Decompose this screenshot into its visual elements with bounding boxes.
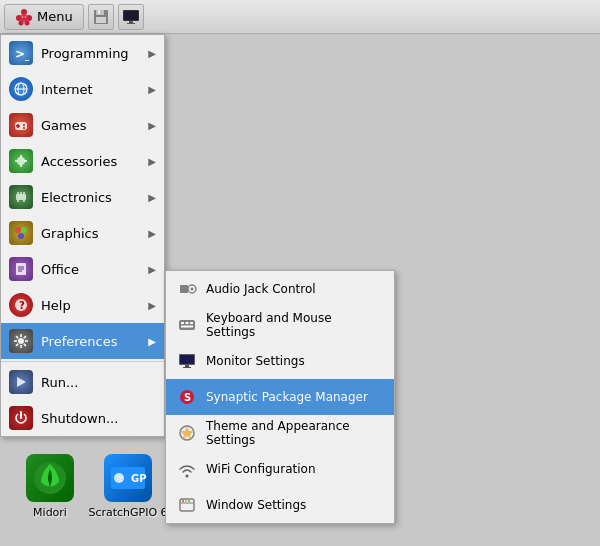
preferences-arrow: ▶ <box>148 336 156 347</box>
theme-icon <box>176 422 198 444</box>
monitor-settings-icon <box>176 350 198 372</box>
save-icon <box>93 9 109 25</box>
electronics-arrow: ▶ <box>148 192 156 203</box>
preferences-submenu: Audio Jack Control Keyboard and Mouse Se… <box>165 270 395 524</box>
svg-rect-37 <box>16 194 26 200</box>
menu-item-run[interactable]: Run... <box>1 364 164 400</box>
svg-point-43 <box>15 227 21 233</box>
run-icon <box>9 370 33 394</box>
menu-item-accessories[interactable]: Accessories ▶ <box>1 143 164 179</box>
menu-item-office[interactable]: Office ▶ <box>1 251 164 287</box>
svg-rect-10 <box>98 10 100 14</box>
save-taskbar-button[interactable] <box>88 4 114 30</box>
svg-point-73 <box>185 500 187 502</box>
midori-label: Midori <box>33 506 67 519</box>
scratchgpio-desktop-icon[interactable]: GPIO ScratchGPIO 6 <box>88 454 168 519</box>
window-settings-icon <box>176 494 198 516</box>
svg-rect-60 <box>190 322 193 324</box>
svg-rect-14 <box>129 21 133 23</box>
svg-point-5 <box>21 14 28 22</box>
help-label: Help <box>41 298 148 313</box>
menu-item-shutdown[interactable]: Shutdown... <box>1 400 164 436</box>
programming-icon: >_ <box>9 41 33 65</box>
svg-text:>_: >_ <box>15 47 29 61</box>
menu-item-help[interactable]: ? Help ▶ <box>1 287 164 323</box>
office-label: Office <box>41 262 148 277</box>
preferences-label: Preferences <box>41 334 148 349</box>
svg-point-25 <box>114 473 124 483</box>
svg-point-69 <box>186 475 189 478</box>
programming-label: Programming <box>41 46 148 61</box>
svg-rect-11 <box>96 17 106 23</box>
submenu-item-window[interactable]: Window Settings <box>166 487 394 523</box>
office-icon <box>9 257 33 281</box>
svg-point-35 <box>23 127 25 129</box>
svg-point-6 <box>22 16 24 18</box>
svg-point-45 <box>18 233 24 239</box>
monitor-taskbar-button[interactable] <box>118 4 144 30</box>
svg-marker-53 <box>17 377 26 387</box>
accessories-arrow: ▶ <box>148 156 156 167</box>
menu-item-graphics[interactable]: Graphics ▶ <box>1 215 164 251</box>
menu-label: Menu <box>37 9 73 24</box>
submenu-item-wifi[interactable]: WiFi Configuration <box>166 451 394 487</box>
svg-point-72 <box>182 500 184 502</box>
svg-rect-54 <box>180 285 188 293</box>
midori-desktop-icon[interactable]: Midori <box>10 454 90 519</box>
games-label: Games <box>41 118 148 133</box>
graphics-icon <box>9 221 33 245</box>
submenu-item-keyboard-mouse[interactable]: Keyboard and Mouse Settings <box>166 307 394 343</box>
internet-label: Internet <box>41 82 148 97</box>
svg-point-7 <box>25 16 27 18</box>
svg-rect-57 <box>179 320 195 330</box>
games-arrow: ▶ <box>148 120 156 131</box>
synaptic-icon: S <box>176 386 198 408</box>
submenu-item-audio-jack[interactable]: Audio Jack Control <box>166 271 394 307</box>
keyboard-mouse-label: Keyboard and Mouse Settings <box>206 311 384 339</box>
electronics-label: Electronics <box>41 190 148 205</box>
submenu-item-theme[interactable]: Theme and Appearance Settings <box>166 415 394 451</box>
games-icon <box>9 113 33 137</box>
svg-rect-15 <box>127 23 135 24</box>
keyboard-icon <box>176 314 198 336</box>
menu-item-games[interactable]: Games ▶ <box>1 107 164 143</box>
synaptic-label: Synaptic Package Manager <box>206 390 368 404</box>
svg-rect-59 <box>186 322 189 324</box>
accessories-label: Accessories <box>41 154 148 169</box>
graphics-label: Graphics <box>41 226 148 241</box>
theme-label: Theme and Appearance Settings <box>206 419 384 447</box>
shutdown-icon <box>9 406 33 430</box>
menu-item-preferences[interactable]: Preferences ▶ <box>1 323 164 359</box>
menu-item-internet[interactable]: Internet ▶ <box>1 71 164 107</box>
graphics-arrow: ▶ <box>148 228 156 239</box>
svg-rect-58 <box>181 322 184 324</box>
submenu-item-monitor[interactable]: Monitor Settings <box>166 343 394 379</box>
help-arrow: ▶ <box>148 300 156 311</box>
menu-item-electronics[interactable]: Electronics ▶ <box>1 179 164 215</box>
svg-rect-64 <box>185 365 189 367</box>
window-label: Window Settings <box>206 498 306 512</box>
audio-jack-label: Audio Jack Control <box>206 282 316 296</box>
internet-arrow: ▶ <box>148 84 156 95</box>
main-menu: >_ Programming ▶ Internet ▶ <box>0 34 165 437</box>
internet-icon <box>9 77 33 101</box>
svg-rect-65 <box>183 367 191 368</box>
scratchgpio-label: ScratchGPIO 6 <box>88 506 167 519</box>
svg-point-44 <box>21 227 27 233</box>
audio-icon <box>176 278 198 300</box>
accessories-icon <box>9 149 33 173</box>
electronics-icon <box>9 185 33 209</box>
svg-rect-63 <box>180 355 194 364</box>
submenu-item-synaptic[interactable]: S Synaptic Package Manager <box>166 379 394 415</box>
svg-point-52 <box>18 338 24 344</box>
menu-item-programming[interactable]: >_ Programming ▶ <box>1 35 164 71</box>
wifi-label: WiFi Configuration <box>206 462 316 476</box>
svg-point-74 <box>188 500 190 502</box>
svg-point-56 <box>191 288 194 291</box>
raspberry-icon <box>15 8 33 26</box>
svg-text:S: S <box>184 392 191 403</box>
svg-rect-13 <box>124 11 138 20</box>
programming-arrow: ▶ <box>148 48 156 59</box>
menu-button[interactable]: Menu <box>4 4 84 30</box>
help-icon: ? <box>9 293 33 317</box>
